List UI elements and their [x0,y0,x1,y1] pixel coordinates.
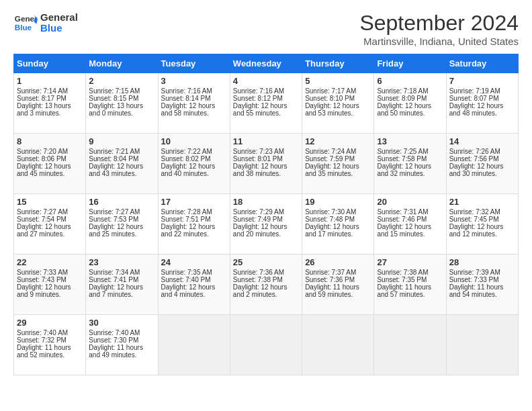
daylight-text: Daylight: 12 hours and 50 minutes. [377,102,443,117]
sunrise-text: Sunrise: 7:20 AM [17,148,83,155]
sunset-text: Sunset: 8:10 PM [305,95,371,102]
daylight-text: Daylight: 11 hours and 54 minutes. [449,283,515,298]
day-number: 20 [377,197,443,207]
day-number: 14 [449,136,515,146]
col-friday: Friday [374,54,446,73]
sunrise-text: Sunrise: 7:30 AM [305,208,371,216]
daylight-text: Daylight: 12 hours and 48 minutes. [449,102,515,117]
header-row: Sunday Monday Tuesday Wednesday Thursday… [14,54,519,73]
sunrise-text: Sunrise: 7:37 AM [305,269,371,276]
day-number: 27 [377,257,443,267]
calendar-cell: 14Sunrise: 7:26 AMSunset: 7:56 PMDayligh… [446,134,518,194]
sunset-text: Sunset: 8:01 PM [233,155,299,163]
calendar-cell: 23Sunrise: 7:34 AMSunset: 7:41 PMDayligh… [86,255,158,315]
sunset-text: Sunset: 7:38 PM [233,276,299,283]
daylight-text: Daylight: 12 hours and 43 minutes. [89,163,154,177]
sunset-text: Sunset: 7:51 PM [161,216,227,223]
calendar-cell: 26Sunrise: 7:37 AMSunset: 7:36 PMDayligh… [302,255,374,315]
sunrise-text: Sunrise: 7:16 AM [233,87,299,95]
calendar-cell: 9Sunrise: 7:21 AMSunset: 8:04 PMDaylight… [86,134,158,194]
sunrise-text: Sunrise: 7:38 AM [377,269,443,276]
daylight-text: Daylight: 12 hours and 17 minutes. [305,223,371,238]
sunset-text: Sunset: 8:12 PM [233,95,299,102]
col-monday: Monday [86,54,158,73]
calendar-table: Sunday Monday Tuesday Wednesday Thursday… [13,54,519,375]
month-title: September 2024 [359,11,519,36]
day-number: 21 [449,197,515,207]
sunrise-text: Sunrise: 7:27 AM [89,208,154,216]
daylight-text: Daylight: 12 hours and 40 minutes. [161,163,227,177]
sunset-text: Sunset: 8:09 PM [377,95,443,102]
col-wednesday: Wednesday [230,54,302,73]
calendar-cell: 2Sunrise: 7:15 AMSunset: 8:15 PMDaylight… [86,73,158,134]
sunrise-text: Sunrise: 7:14 AM [17,87,83,95]
calendar-week-4: 22Sunrise: 7:33 AMSunset: 7:43 PMDayligh… [14,255,519,315]
sunrise-text: Sunrise: 7:39 AM [449,269,515,276]
daylight-text: Daylight: 12 hours and 38 minutes. [233,163,299,177]
day-number: 30 [89,318,154,328]
calendar-cell: 10Sunrise: 7:22 AMSunset: 8:02 PMDayligh… [158,134,230,194]
calendar-cell [158,315,230,375]
calendar-cell [230,315,302,375]
calendar-cell: 6Sunrise: 7:18 AMSunset: 8:09 PMDaylight… [374,73,446,134]
daylight-text: Daylight: 12 hours and 32 minutes. [377,163,443,177]
sunset-text: Sunset: 8:07 PM [449,95,515,102]
sunrise-text: Sunrise: 7:31 AM [377,208,443,216]
day-number: 6 [377,76,443,86]
calendar-cell: 15Sunrise: 7:27 AMSunset: 7:54 PMDayligh… [14,194,86,255]
day-number: 18 [233,197,299,207]
sunset-text: Sunset: 7:53 PM [89,216,154,223]
sunset-text: Sunset: 7:54 PM [17,216,83,223]
svg-text:Blue: Blue [15,23,32,32]
day-number: 29 [17,318,83,328]
calendar-cell: 21Sunrise: 7:32 AMSunset: 7:45 PMDayligh… [446,194,518,255]
daylight-text: Daylight: 12 hours and 53 minutes. [305,102,371,117]
sunrise-text: Sunrise: 7:22 AM [161,148,227,155]
calendar-cell: 1Sunrise: 7:14 AMSunset: 8:17 PMDaylight… [14,73,86,134]
calendar-week-2: 8Sunrise: 7:20 AMSunset: 8:06 PMDaylight… [14,134,519,194]
day-number: 22 [17,257,83,267]
sunrise-text: Sunrise: 7:26 AM [449,148,515,155]
calendar-cell: 17Sunrise: 7:28 AMSunset: 7:51 PMDayligh… [158,194,230,255]
calendar-cell: 30Sunrise: 7:40 AMSunset: 7:30 PMDayligh… [86,315,158,375]
sunrise-text: Sunrise: 7:19 AM [449,87,515,95]
calendar-cell: 29Sunrise: 7:40 AMSunset: 7:32 PMDayligh… [14,315,86,375]
sunset-text: Sunset: 8:15 PM [89,95,154,102]
sunrise-text: Sunrise: 7:28 AM [161,208,227,216]
calendar-cell: 3Sunrise: 7:16 AMSunset: 8:14 PMDaylight… [158,73,230,134]
daylight-text: Daylight: 12 hours and 58 minutes. [161,102,227,117]
day-number: 12 [305,136,371,146]
day-number: 3 [161,76,227,86]
calendar-cell: 8Sunrise: 7:20 AMSunset: 8:06 PMDaylight… [14,134,86,194]
sunset-text: Sunset: 7:49 PM [233,216,299,223]
day-number: 5 [305,76,371,86]
daylight-text: Daylight: 12 hours and 20 minutes. [233,223,299,238]
sunset-text: Sunset: 7:58 PM [377,155,443,163]
day-number: 24 [161,257,227,267]
logo-icon: General Blue [13,11,38,35]
daylight-text: Daylight: 11 hours and 52 minutes. [17,344,83,359]
daylight-text: Daylight: 12 hours and 2 minutes. [233,283,299,298]
daylight-text: Daylight: 12 hours and 4 minutes. [161,283,227,298]
day-number: 4 [233,76,299,86]
day-number: 19 [305,197,371,207]
sunset-text: Sunset: 7:56 PM [449,155,515,163]
sunrise-text: Sunrise: 7:35 AM [161,269,227,276]
daylight-text: Daylight: 12 hours and 30 minutes. [449,163,515,177]
daylight-text: Daylight: 12 hours and 55 minutes. [233,102,299,117]
col-saturday: Saturday [446,54,518,73]
sunset-text: Sunset: 7:35 PM [377,276,443,283]
sunset-text: Sunset: 7:30 PM [89,336,154,344]
sunset-text: Sunset: 8:04 PM [89,155,154,163]
day-number: 15 [17,197,83,207]
sunrise-text: Sunrise: 7:40 AM [17,329,83,336]
day-number: 2 [89,76,154,86]
daylight-text: Daylight: 12 hours and 9 minutes. [17,283,83,298]
logo: General Blue General Blue [13,11,78,35]
col-thursday: Thursday [302,54,374,73]
daylight-text: Daylight: 13 hours and 3 minutes. [17,102,83,117]
sunset-text: Sunset: 7:36 PM [305,276,371,283]
calendar-cell: 4Sunrise: 7:16 AMSunset: 8:12 PMDaylight… [230,73,302,134]
sunset-text: Sunset: 8:14 PM [161,95,227,102]
sunset-text: Sunset: 8:02 PM [161,155,227,163]
